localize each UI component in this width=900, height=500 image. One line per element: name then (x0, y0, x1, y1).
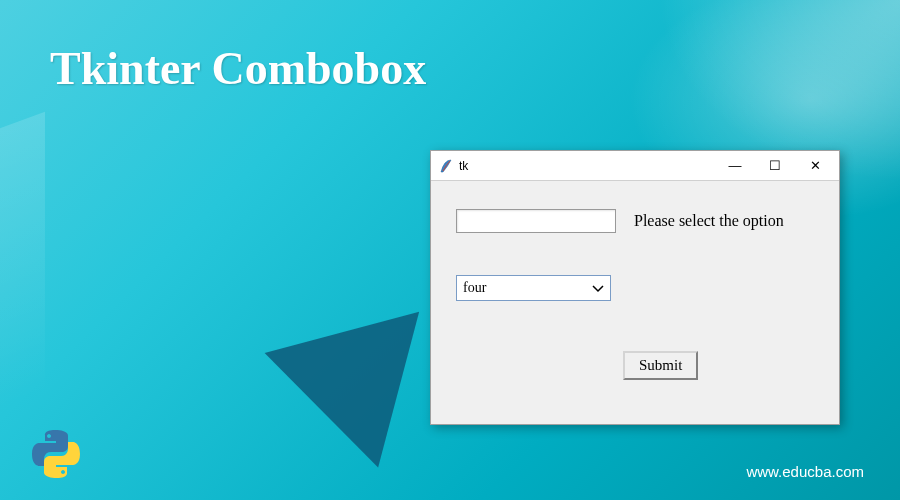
close-button[interactable]: ✕ (795, 152, 835, 180)
bg-accent-left (0, 112, 45, 408)
combobox-selected-value: four (463, 280, 592, 296)
window-controls: — ☐ ✕ (715, 152, 835, 180)
combobox[interactable]: four (456, 275, 611, 301)
window-titlebar[interactable]: tk — ☐ ✕ (431, 151, 839, 181)
minimize-button[interactable]: — (715, 152, 755, 180)
page-title: Tkinter Combobox (50, 42, 426, 95)
text-input[interactable] (456, 209, 616, 233)
prompt-label: Please select the option (634, 212, 784, 230)
window-title: tk (459, 159, 715, 173)
maximize-icon: ☐ (769, 158, 781, 173)
minimize-icon: — (729, 158, 742, 173)
submit-button[interactable]: Submit (623, 351, 698, 380)
window-body: Please select the option four Submit (431, 181, 839, 424)
close-icon: ✕ (810, 158, 821, 173)
python-logo-icon (28, 426, 84, 482)
tk-feather-icon (439, 158, 453, 174)
tkinter-app-window: tk — ☐ ✕ Please select the option four (430, 150, 840, 425)
input-row: Please select the option (456, 209, 814, 233)
chevron-down-icon (592, 280, 606, 296)
maximize-button[interactable]: ☐ (755, 152, 795, 180)
watermark-text: www.educba.com (746, 463, 864, 480)
